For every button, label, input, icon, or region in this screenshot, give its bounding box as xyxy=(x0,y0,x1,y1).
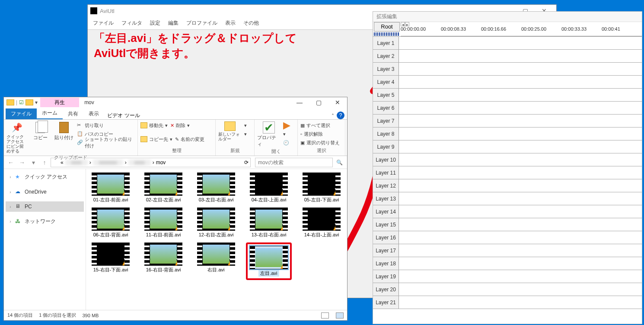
search-icon[interactable]: 🔍 xyxy=(334,159,345,166)
search-input[interactable] xyxy=(255,158,333,167)
layer-row[interactable]: Layer 13 xyxy=(373,192,642,205)
layer-row[interactable]: Layer 9 xyxy=(373,140,642,153)
layer-track[interactable] xyxy=(399,140,642,153)
copy-button[interactable]: コピー xyxy=(30,121,51,141)
nav-pc[interactable]: ›🖥PC xyxy=(6,201,84,212)
file-item[interactable]: 16-右目-背面.avi xyxy=(140,242,186,280)
layer-track[interactable] xyxy=(399,192,642,205)
layer-track[interactable] xyxy=(399,37,642,49)
file-item[interactable]: 右目.avi xyxy=(193,242,239,280)
tab-home[interactable]: ホーム xyxy=(37,108,63,119)
file-item[interactable]: 04-左目-上面.avi xyxy=(246,172,292,203)
file-item[interactable]: 15-右目-下面.avi xyxy=(88,242,134,280)
nav-onedrive[interactable]: ›☁OneDrive xyxy=(6,187,84,197)
layer-track[interactable] xyxy=(399,179,642,192)
delete-button[interactable]: ✕削除 ▾ xyxy=(170,121,190,129)
layer-track[interactable] xyxy=(399,153,642,166)
history-button[interactable]: 🕘 xyxy=(283,139,290,147)
layer-track[interactable] xyxy=(399,89,642,101)
ruler-left-icon[interactable]: ◂ xyxy=(401,22,405,26)
layer-track[interactable] xyxy=(399,102,642,114)
layer-row[interactable]: Layer 14 xyxy=(373,205,642,218)
recent-button[interactable]: ▾ xyxy=(28,159,38,166)
maximize-button[interactable]: ▢ xyxy=(309,97,328,108)
select-none-button[interactable]: ▫選択解除 xyxy=(300,130,340,138)
rename-button[interactable]: ✎名前の変更 xyxy=(175,135,204,143)
qat-dropdown-icon[interactable]: ▾ xyxy=(35,99,38,105)
close-button[interactable]: ✕ xyxy=(328,97,347,108)
view-icons-icon[interactable] xyxy=(336,312,344,319)
layer-track[interactable] xyxy=(399,76,642,88)
layer-row[interactable]: Layer 18 xyxy=(373,257,642,270)
layer-row[interactable]: Layer 2 xyxy=(373,50,642,63)
tab-view[interactable]: 表示 xyxy=(83,108,104,119)
help-icon[interactable]: ? xyxy=(337,112,344,119)
edit-button[interactable]: ▾ xyxy=(283,130,290,138)
layer-track[interactable] xyxy=(399,231,642,244)
layer-row[interactable]: Layer 4 xyxy=(373,76,642,89)
tab-file[interactable]: ファイル xyxy=(6,108,37,119)
file-item[interactable]: 12-右目-左面.avi xyxy=(193,207,239,238)
layer-row[interactable]: Layer 1 xyxy=(373,37,642,50)
layer-row[interactable]: Layer 8 xyxy=(373,127,642,140)
select-all-button[interactable]: ▦すべて選択 xyxy=(300,121,340,129)
minimize-button[interactable]: — xyxy=(290,97,309,108)
file-item[interactable]: 06-左目-背面.avi xyxy=(88,207,134,238)
menu-profile[interactable]: プロファイル xyxy=(185,19,218,28)
up-button[interactable]: ↑ xyxy=(39,159,50,166)
folder-icon[interactable] xyxy=(26,99,33,105)
layer-row[interactable]: Layer 21 xyxy=(373,296,642,309)
timeline-cursor[interactable] xyxy=(374,32,400,36)
file-item[interactable]: 13-右目-右面.avi xyxy=(246,207,292,238)
layer-row[interactable]: Layer 12 xyxy=(373,179,642,192)
pin-button[interactable]: 📌 クイック アクセスにピン留めする xyxy=(6,121,27,153)
menu-file[interactable]: ファイル xyxy=(92,19,115,28)
properties-button[interactable]: ✔ プロパティ xyxy=(257,121,281,147)
layer-track[interactable] xyxy=(399,270,642,283)
layer-row[interactable]: Layer 17 xyxy=(373,244,642,257)
move-to-button[interactable]: 移動先 ▾ xyxy=(140,121,168,129)
file-item[interactable]: 11-右目-前面.avi xyxy=(140,207,186,238)
forward-button[interactable]: → xyxy=(17,159,27,166)
paste-button[interactable]: 貼り付け xyxy=(54,121,74,141)
layer-track[interactable] xyxy=(399,50,642,62)
easy-access-button[interactable]: ▾ xyxy=(244,130,247,138)
layer-row[interactable]: Layer 6 xyxy=(373,102,642,115)
layer-row[interactable]: Layer 16 xyxy=(373,231,642,244)
back-button[interactable]: ← xyxy=(6,159,16,166)
menu-edit[interactable]: 編集 xyxy=(167,19,179,28)
copy-to-button[interactable]: コピー先 ▾ xyxy=(140,135,172,143)
root-button[interactable]: Root xyxy=(374,22,400,32)
address-bar[interactable]: « xxxx› xxxxxxx› xxxx› mov ⟳ xyxy=(51,158,251,167)
menu-view[interactable]: 表示 xyxy=(224,19,236,28)
layer-track[interactable] xyxy=(399,244,642,257)
layer-track[interactable] xyxy=(399,296,642,309)
file-item[interactable]: 02-左目-左面.avi xyxy=(140,172,186,203)
layer-row[interactable]: Layer 19 xyxy=(373,270,642,283)
new-item-button[interactable]: ▾ xyxy=(244,121,247,129)
layer-track[interactable] xyxy=(399,205,642,218)
cut-button[interactable]: ✂切り取り xyxy=(77,121,135,129)
file-item[interactable]: 14-右目-上面.avi xyxy=(299,207,344,238)
file-item[interactable]: 03-左目-右面.avi xyxy=(193,172,239,203)
menu-settings[interactable]: 設定 xyxy=(149,19,161,28)
layer-row[interactable]: Layer 20 xyxy=(373,283,642,296)
explorer-titlebar[interactable]: | ☑ ▾ 再生 mov — ▢ ✕ xyxy=(4,97,347,108)
file-grid[interactable]: 01-左目-前面.avi02-左目-左面.avi03-左目-右面.avi04-左… xyxy=(86,169,347,310)
layer-row[interactable]: Layer 3 xyxy=(373,63,642,76)
nav-quick-access[interactable]: ›★クイック アクセス xyxy=(6,172,84,182)
layer-row[interactable]: Layer 10 xyxy=(373,153,642,166)
layer-track[interactable] xyxy=(399,166,642,179)
timeline-ruler[interactable]: ◂▸ 00:00:00.0000:00:08.3300:00:16.6600:0… xyxy=(401,22,642,36)
file-item[interactable]: 01-左目-前面.avi xyxy=(88,172,134,203)
context-tab-play[interactable]: 再生 xyxy=(40,98,79,107)
layer-track[interactable] xyxy=(399,63,642,75)
layer-row[interactable]: Layer 7 xyxy=(373,115,642,127)
layer-row[interactable]: Layer 5 xyxy=(373,89,642,102)
qat-check-icon[interactable]: ☑ xyxy=(19,99,24,105)
tab-share[interactable]: 共有 xyxy=(63,108,83,119)
layer-track[interactable] xyxy=(399,283,642,296)
layer-track[interactable] xyxy=(399,127,642,140)
crumb-mov[interactable]: mov xyxy=(156,159,166,166)
ribbon-collapse-icon[interactable]: ˄ xyxy=(329,113,337,119)
